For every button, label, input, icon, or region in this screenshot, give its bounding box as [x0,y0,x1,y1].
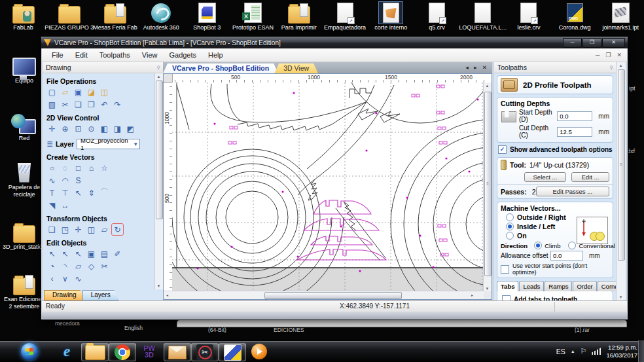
zoom-box-icon[interactable]: ⊡ [73,123,84,134]
tool-select-button[interactable]: Select ... [524,172,566,182]
tab-2d-view[interactable]: VCarve Pro - ShopBot Edition [163,63,278,73]
scroll-left-icon[interactable]: ◂ [164,292,171,299]
node-icon[interactable]: ◇ [86,261,97,272]
circle-icon[interactable]: ○ [46,162,58,173]
scroll-up-icon[interactable]: ▲ [617,62,624,69]
vee-icon[interactable]: ∨ [60,273,71,284]
text-arc-icon[interactable]: ⌒ [99,187,110,198]
canvas-horizontal-scrollbar[interactable]: ◂ ▸ ≡ [164,291,484,299]
slice-icon[interactable]: ✂ [99,261,110,272]
distort-icon[interactable]: ▱ [99,224,110,235]
trim-icon[interactable]: ◝ [60,261,71,272]
scroll-down-icon[interactable]: ▼ [155,283,162,289]
save-icon[interactable]: ▣ [73,86,84,98]
desktop-icon-q5-crv[interactable]: q5.crv [414,2,459,31]
scrollbar-thumb[interactable]: ≡ [484,92,492,276]
taskbar-internet-explorer[interactable]: e [54,343,80,360]
move-icon[interactable]: ❑ [46,224,58,235]
cut-depth-input[interactable] [557,127,592,137]
ungroup-icon[interactable]: ▤ [99,248,110,259]
copy-icon[interactable]: ❏ [73,99,84,110]
curve-fit-icon[interactable]: ∿ [73,273,84,284]
view-c-icon[interactable]: ◩ [125,123,136,134]
redo-icon[interactable]: ↷ [112,99,123,110]
conventional-radio[interactable] [568,242,576,249]
pointer-icon[interactable]: ↖ [46,248,58,259]
pan-icon[interactable]: ✛ [46,123,58,134]
ellipse-icon[interactable]: ◌ [60,162,71,173]
desktop-icon-leslie-crv[interactable]: leslie.crv [506,2,551,31]
s-curve-icon[interactable]: S [73,175,84,186]
tab-leads[interactable]: Leads [519,281,544,291]
close-button[interactable]: ✕ [602,38,625,48]
scroll-down-icon[interactable]: ▼ [617,294,624,300]
text-cursor-icon[interactable]: ↖ [73,187,84,198]
paste-icon[interactable]: ❐ [86,99,97,110]
view-b-icon[interactable]: ◨ [112,123,123,134]
text-icon[interactable]: T [46,187,58,198]
mdi-minimize-button[interactable]: ─ [596,52,599,58]
tab-nav-icons[interactable]: ◂ ▸ ✕ [466,64,489,71]
weld-icon[interactable]: ◔ [46,261,58,272]
mirror-icon[interactable]: ◫ [86,224,97,235]
taskbar-chrome[interactable] [109,343,136,361]
scrollbar-thumb[interactable] [156,81,163,219]
scrollbar-thumb[interactable]: ≡ [264,292,402,299]
open-icon[interactable]: ▱ [60,86,71,98]
text-size-icon[interactable]: ⇕ [86,187,97,198]
desktop-icon-shopbot-3[interactable]: ShopBot 3 [185,2,230,31]
cut-icon[interactable]: ✂ [60,99,71,110]
desktop-icon-mesas-feria-fab[interactable]: Mesas Feria Fab [92,2,137,31]
climb-radio[interactable] [534,242,542,249]
minimize-button[interactable]: ─ [563,38,582,48]
group-icon[interactable]: ▣ [86,248,97,259]
inside-left-radio[interactable] [506,223,514,230]
desktop-icon-3d-print-statio-[interactable]: 3D_print_statio... [3,221,46,251]
desktop-icon-papelera-de-reciclaje[interactable]: Papelera de reciclaje [3,162,46,198]
polygon-icon[interactable]: ⌂ [86,162,97,173]
polyline-icon[interactable]: ∿ [46,175,58,186]
tab-layers[interactable]: Layers [82,290,119,300]
arc-fit-icon[interactable]: ‹ [46,273,58,284]
center-icon[interactable]: ✛ [73,224,84,235]
view-a-icon[interactable]: ◧ [99,123,110,134]
taskbar-vcarve[interactable] [219,343,246,361]
desktop-icon-equipo[interactable]: Equipo [3,55,46,84]
desktop-icon-autodesk-360[interactable]: Autodesk 360 [139,2,184,31]
outside-right-radio[interactable] [506,213,514,221]
mdi-close-button[interactable]: ✕ [617,52,622,58]
scroll-up-icon[interactable]: ▲ [484,82,491,89]
menu-view[interactable]: View [136,51,164,59]
taskbar-pw3d[interactable]: PW 3D [136,343,162,360]
taskbar-start[interactable] [18,343,41,360]
pin-icon[interactable]: ⚲ [609,65,613,71]
new-icon[interactable]: ▢ [46,86,58,98]
add-tabs-checkbox[interactable] [502,295,510,300]
maximize-button[interactable]: ❐ [582,38,601,48]
drawing-canvas[interactable] [172,82,484,292]
language-indicator[interactable]: ES [556,348,565,355]
tab-corners[interactable]: Corners [598,281,616,291]
export-icon[interactable]: ◫ [99,86,110,98]
canvas-vertical-scrollbar[interactable]: ▲ ▼ ≡ [483,82,492,292]
arc-icon[interactable]: ◠ [60,175,71,186]
title-bar[interactable]: VCarve Pro - ShopBot Edition [FabLab Lim… [41,37,628,48]
start-depth-input[interactable] [557,111,592,121]
toolpaths-panel-scrollbar[interactable]: ▲ ▼ ≡ [616,62,626,300]
pin-icon[interactable]: ⚲ [156,65,160,71]
scrollbar-thumb[interactable]: ≡ [618,69,625,261]
rect-icon[interactable]: □ [73,162,84,173]
show-desktop-button[interactable] [638,340,644,362]
network-signal-icon[interactable] [592,348,601,355]
taskbar-envelope-app[interactable] [164,343,191,361]
menu-edit[interactable]: Edit [69,51,94,59]
vector-start-checkbox[interactable] [501,265,509,274]
desktop-icon-empaquetadora[interactable]: Empaquetadora [323,2,368,31]
background-window-edge[interactable] [177,319,627,327]
measure-icon[interactable]: ✐ [112,248,123,259]
desktop-icon-loquefalta-l-[interactable]: LOQUEFALTA.L... [460,2,505,31]
layer-select[interactable]: MOZ_proyeccion 1 ▼ [77,139,140,149]
tab-tabs[interactable]: Tabs [497,281,518,291]
import-icon[interactable]: ◪ [86,86,97,98]
fillet-icon[interactable]: ▱ [73,261,84,272]
